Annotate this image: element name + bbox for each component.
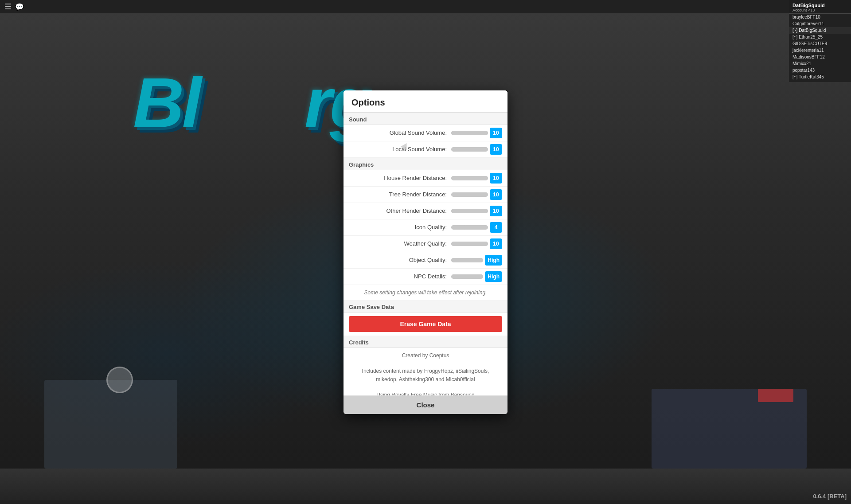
house-render-distance-value: 10 xyxy=(490,173,502,184)
house-render-distance-row: House Render Distance: 10 xyxy=(344,170,507,187)
slider-fill xyxy=(451,209,488,213)
slider-fill xyxy=(451,258,483,262)
global-sound-volume-label: Global Sound Volume: xyxy=(390,129,447,136)
slider-track xyxy=(451,258,483,262)
graphics-section-header: Graphics xyxy=(344,158,507,170)
tree-render-distance-value: 10 xyxy=(490,189,502,200)
tree-render-distance-slider[interactable]: 10 xyxy=(451,189,502,200)
settings-notice: Some setting changes will take effect af… xyxy=(344,285,507,300)
credits-section-header: Credits xyxy=(344,336,507,348)
slider-fill xyxy=(451,274,483,279)
modal-overlay: Options Sound Global Sound Volume: 10 Lo… xyxy=(0,0,851,504)
other-render-distance-row: Other Render Distance: 10 xyxy=(344,203,507,219)
close-button[interactable]: Close xyxy=(344,396,507,414)
slider-fill xyxy=(451,225,466,230)
weather-quality-value: 10 xyxy=(490,238,502,249)
tree-render-distance-label: Tree Render Distance: xyxy=(389,191,447,198)
slider-track xyxy=(451,274,483,279)
erase-game-data-button[interactable]: Erase Game Data xyxy=(349,316,502,332)
other-render-distance-value: 10 xyxy=(490,206,502,216)
slider-track xyxy=(451,147,488,152)
slider-fill xyxy=(451,242,488,246)
icon-quality-label: Icon Quality: xyxy=(415,224,447,231)
house-render-distance-slider[interactable]: 10 xyxy=(451,173,502,184)
object-quality-value: High xyxy=(485,255,502,266)
local-sound-volume-row: Local Sound Volume: 10 xyxy=(344,141,507,158)
icon-quality-value: 4 xyxy=(490,222,502,233)
weather-quality-row: Weather Quality: 10 xyxy=(344,236,507,252)
modal-title: Options xyxy=(344,90,507,113)
npc-details-label: NPC Details: xyxy=(414,273,447,280)
object-quality-label: Object Quality: xyxy=(409,257,447,263)
weather-quality-slider[interactable]: 10 xyxy=(451,238,502,249)
credits-line3: Using Royalty Free Music from Bensound xyxy=(344,387,507,395)
slider-fill xyxy=(451,176,488,180)
modal-body[interactable]: Sound Global Sound Volume: 10 Local Soun… xyxy=(344,113,507,395)
slider-fill xyxy=(451,131,488,135)
slider-track xyxy=(451,176,488,180)
other-render-distance-label: Other Render Distance: xyxy=(386,207,447,214)
other-render-distance-slider[interactable]: 10 xyxy=(451,206,502,216)
npc-details-value: High xyxy=(485,271,502,282)
local-sound-volume-slider[interactable]: 10 xyxy=(451,144,502,155)
modal-footer: Close xyxy=(344,395,507,414)
global-sound-volume-row: Global Sound Volume: 10 xyxy=(344,125,507,141)
slider-track xyxy=(451,242,488,246)
npc-details-slider[interactable]: High xyxy=(451,271,502,282)
slider-track xyxy=(451,131,488,135)
credits-line2: Includes content made by FroggyHopz, iiS… xyxy=(344,363,507,387)
house-render-distance-label: House Render Distance: xyxy=(384,175,447,181)
local-sound-volume-value: 10 xyxy=(490,144,502,155)
npc-details-row: NPC Details: High xyxy=(344,269,507,285)
options-modal: Options Sound Global Sound Volume: 10 Lo… xyxy=(344,90,507,414)
game-save-section-header: Game Save Data xyxy=(344,300,507,313)
global-sound-volume-slider[interactable]: 10 xyxy=(451,128,502,138)
sound-section-header: Sound xyxy=(344,113,507,125)
global-sound-volume-value: 10 xyxy=(490,128,502,138)
slider-track xyxy=(451,209,488,213)
icon-quality-slider[interactable]: 4 xyxy=(451,222,502,233)
icon-quality-row: Icon Quality: 4 xyxy=(344,219,507,236)
tree-render-distance-row: Tree Render Distance: 10 xyxy=(344,187,507,203)
object-quality-slider[interactable]: High xyxy=(451,255,502,266)
credits-line1: Created by Coeptus xyxy=(344,348,507,363)
weather-quality-label: Weather Quality: xyxy=(404,240,447,247)
slider-fill xyxy=(451,192,488,197)
slider-track xyxy=(451,225,488,230)
slider-track xyxy=(451,192,488,197)
object-quality-row: Object Quality: High xyxy=(344,252,507,269)
slider-fill xyxy=(451,147,488,152)
